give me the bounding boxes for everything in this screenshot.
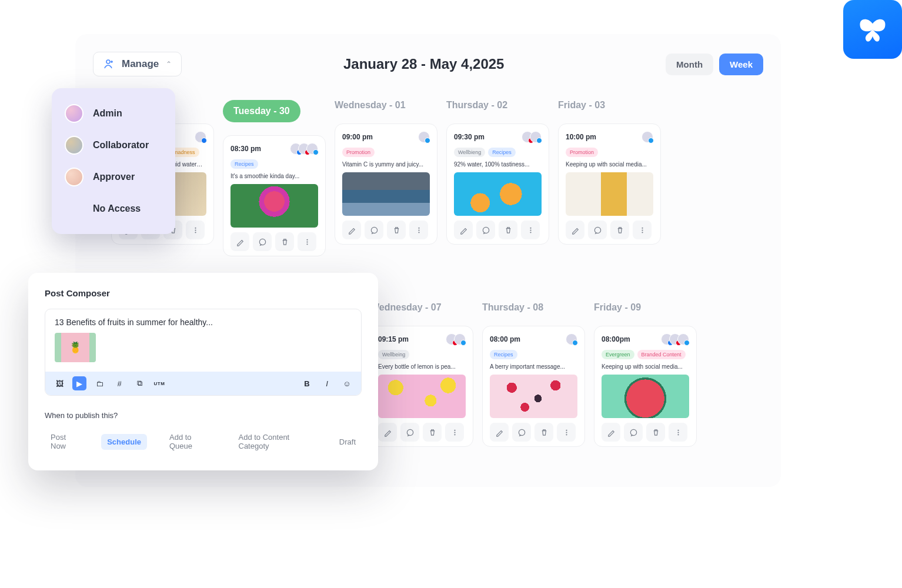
card-avatars [446,333,466,345]
card-time: 08:00 pm [490,335,520,343]
bold-icon[interactable]: B [300,376,314,390]
card-time: 10:00 pm [566,133,596,141]
compose-toolbar: 🖼 ▶ 🗀 # ⧉ UTM B I ☺ [45,372,361,395]
view-toggle: Month Week [666,54,763,75]
card-text: 92% water, 100% tastiness... [454,161,542,168]
more-icon[interactable] [409,220,428,239]
more-icon[interactable] [669,423,687,442]
opt-post-now[interactable]: Post Now [45,429,85,454]
role-admin[interactable]: Admin [52,98,175,129]
trash-icon[interactable] [387,220,406,239]
more-icon[interactable] [186,220,205,239]
card-text: A berry important message... [490,363,577,370]
post-card[interactable]: 08:30 pm Recipes It's a smoothie kinda d… [223,135,326,256]
role-approver[interactable]: Approver [52,161,175,193]
avatar [65,104,83,123]
more-icon[interactable] [521,220,540,239]
role-noaccess[interactable]: No Access [52,193,175,225]
manage-label: Manage [122,58,159,70]
day-col-fri2: Friday - 09 08:00pm EvergreenBranded Con… [594,286,697,459]
folder-icon[interactable]: 🗀 [92,376,106,390]
post-card[interactable]: 09:00 pm Promotion Vitamin C is yummy an… [335,123,437,245]
italic-icon[interactable]: I [320,376,334,390]
tag: Recipes [230,159,258,169]
opt-category[interactable]: Add to Content Categoty [233,429,317,454]
day-col-wed2b: Wednesday - 07 09:15 pm Wellbeing Every … [370,286,473,459]
trash-icon[interactable] [275,232,294,251]
role-label: Collaborator [93,140,149,151]
compose-box: 13 Benefits of fruits in summer for heal… [45,309,362,396]
edit-icon[interactable] [230,232,249,251]
tag: Recipes [488,148,516,157]
media-thumbnail[interactable] [55,333,96,362]
card-time: 09:00 pm [342,133,373,141]
when-label: When to publish this? [45,411,362,420]
card-time: 08:00pm [602,335,630,343]
more-icon[interactable] [557,423,576,442]
comment-icon[interactable] [624,423,643,442]
header-row: Manage ⌃ January 28 - May 4,2025 Month W… [93,52,763,76]
card-avatars [566,333,577,345]
trash-icon[interactable] [534,423,553,442]
comment-icon[interactable] [400,423,419,442]
role-collaborator[interactable]: Collaborator [52,129,175,161]
hashtag-icon[interactable]: # [112,376,126,390]
post-card[interactable]: 09:30 pm WellbiengRecipes 92% water, 100… [446,123,549,245]
day-header: Friday - 03 [558,100,605,111]
day-col-thu2: Thursday - 08 08:00 pm Recipes A berry i… [482,286,585,459]
card-text: Keeping up with social media... [566,161,653,168]
publish-options: Post Now Schedule Add to Queue Add to Co… [45,429,362,454]
tag: Promotion [342,148,375,157]
butterfly-icon [857,14,888,45]
comment-icon[interactable] [588,220,607,239]
opt-schedule[interactable]: Schedule [101,434,147,450]
compose-textarea[interactable]: 13 Benefits of fruits in summer for heal… [45,309,361,333]
edit-icon[interactable] [378,423,397,442]
week-button[interactable]: Week [719,54,763,75]
video-icon[interactable]: ▶ [72,376,86,390]
trash-icon[interactable] [646,423,665,442]
trash-icon[interactable] [610,220,629,239]
image-icon[interactable]: 🖼 [52,376,66,390]
month-button[interactable]: Month [666,54,713,75]
butterfly-badge[interactable] [843,0,902,59]
comment-icon[interactable] [365,220,383,239]
emoji-icon[interactable]: ☺ [340,376,354,390]
trash-icon[interactable] [499,220,517,239]
composer-title: Post Composer [45,288,362,298]
card-avatars [290,143,318,155]
utm-button[interactable]: UTM [152,376,166,390]
edit-icon[interactable] [342,220,361,239]
card-avatars [642,131,653,143]
comment-icon[interactable] [476,220,495,239]
day-header: Thursday - 08 [482,302,585,313]
opt-queue[interactable]: Add to Queue [163,429,216,454]
opt-draft[interactable]: Draft [333,434,362,450]
card-text: Vitamin C is yummy and juicy... [342,161,430,168]
edit-icon[interactable] [602,423,620,442]
card-time: 08:30 pm [230,145,261,153]
day-col-tue: Tuesday - 30 08:30 pm Recipes It's a smo… [223,100,326,268]
card-image [378,375,466,418]
card-time: 09:30 pm [454,133,485,141]
comment-icon[interactable] [512,423,531,442]
card-text: Keeping up with social media... [602,363,689,370]
edit-icon[interactable] [490,423,509,442]
manage-button[interactable]: Manage ⌃ [93,52,182,76]
more-icon[interactable] [445,423,464,442]
post-card[interactable]: 09:15 pm Wellbeing Every bottle of lemon… [370,326,473,447]
post-composer: Post Composer 13 Benefits of fruits in s… [28,273,378,470]
edit-icon[interactable] [566,220,584,239]
link-icon[interactable]: ⧉ [132,376,146,390]
trash-icon[interactable] [423,423,442,442]
more-icon[interactable] [298,232,316,251]
edit-icon[interactable] [454,220,473,239]
post-card[interactable]: 08:00pm EvergreenBranded Content Keeping… [594,326,697,447]
more-icon[interactable] [633,220,652,239]
post-card[interactable]: 08:00 pm Recipes A berry important messa… [482,326,585,447]
comment-icon[interactable] [253,232,272,251]
card-time: 09:15 pm [378,335,409,343]
post-card[interactable]: 10:00 pm Promotion Keeping up with socia… [558,123,661,245]
day-col-wed: Wednesday - 01 09:00 pm Promotion Vitami… [335,100,437,268]
tag: Wellbeing [378,350,409,359]
